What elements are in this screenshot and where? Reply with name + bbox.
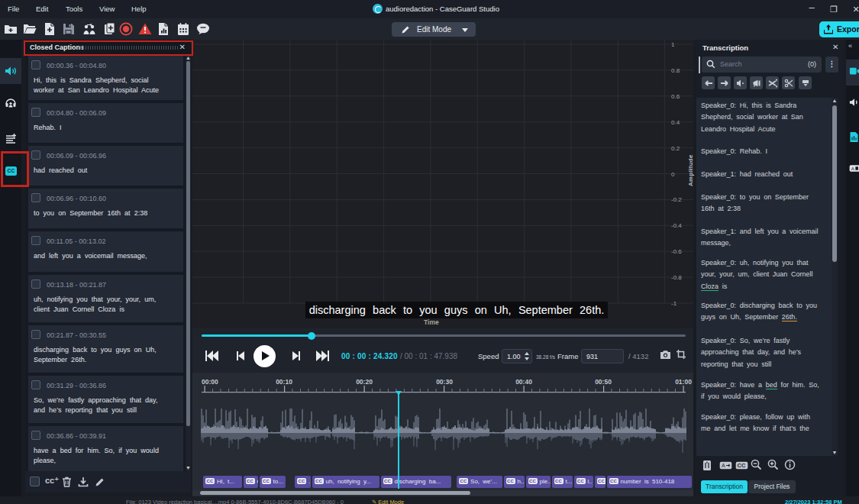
svg-text:A: A [722,463,725,468]
svg-text:CC: CC [738,462,746,469]
